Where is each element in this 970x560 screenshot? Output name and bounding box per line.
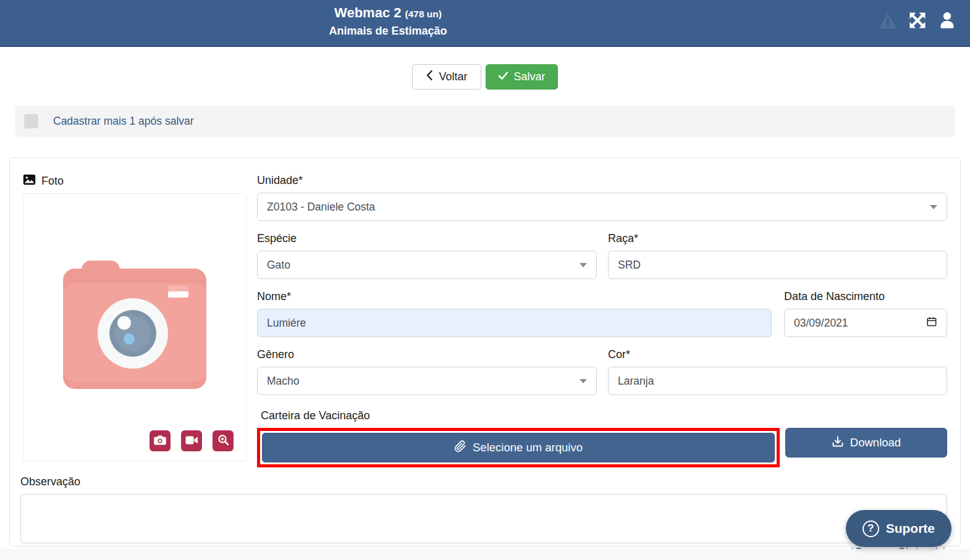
register-more-checkbox[interactable] bbox=[24, 114, 38, 128]
nome-input[interactable] bbox=[257, 309, 772, 337]
take-photo-button[interactable] bbox=[150, 430, 171, 451]
register-more-label: Cadastrar mais 1 após salvar bbox=[53, 115, 194, 128]
fields-column: Unidade* Z0103 - Daniele Costa Espécie G… bbox=[257, 174, 947, 467]
raca-label: Raça* bbox=[608, 232, 947, 246]
field-data-nascimento: Data de Nascimento 03/09/2021 bbox=[784, 290, 947, 337]
zoom-in-icon-button[interactable] bbox=[213, 430, 234, 451]
page-title: Animais de Estimação bbox=[0, 23, 776, 39]
field-genero: Gênero Macho bbox=[257, 348, 597, 395]
camera-icon bbox=[154, 435, 166, 448]
unidade-select[interactable]: Z0103 - Daniele Costa bbox=[257, 193, 947, 221]
field-cor: Cor* bbox=[608, 348, 947, 395]
photo-label: Foto bbox=[41, 175, 64, 188]
observacao-label: Observação bbox=[20, 475, 947, 489]
annotation-highlight-box: Selecione um arquivo bbox=[257, 428, 780, 467]
download-label: Download bbox=[850, 436, 901, 449]
photo-label-row: Foto bbox=[23, 174, 247, 188]
field-nome: Nome* bbox=[257, 290, 772, 337]
genero-select[interactable]: Macho bbox=[257, 367, 597, 395]
camera-placeholder-illustration bbox=[63, 261, 206, 391]
paperclip-icon bbox=[454, 440, 466, 456]
observacao-textarea[interactable] bbox=[20, 494, 947, 543]
support-button[interactable]: ? Suporte bbox=[846, 510, 951, 547]
especie-value: Gato bbox=[267, 259, 290, 272]
toolbar: Voltar Salvar bbox=[0, 64, 970, 90]
chevron-down-icon bbox=[580, 263, 587, 267]
download-icon bbox=[832, 435, 844, 451]
field-especie: Espécie Gato bbox=[257, 232, 597, 279]
register-more-bar: Cadastrar mais 1 após salvar bbox=[15, 106, 955, 136]
page-bottom-strip bbox=[0, 549, 970, 560]
photo-section: Foto bbox=[23, 174, 247, 467]
chevron-down-icon bbox=[580, 379, 587, 383]
genero-label: Gênero bbox=[257, 348, 597, 362]
record-video-button[interactable] bbox=[181, 430, 202, 451]
field-unidade: Unidade* Z0103 - Daniele Costa bbox=[257, 174, 947, 221]
unidade-label: Unidade* bbox=[257, 174, 947, 188]
expand-icon[interactable] bbox=[907, 10, 928, 31]
app-title-text: Webmac 2 bbox=[334, 5, 401, 20]
page: Webmac 2(478 un) Animais de Estimação bbox=[0, 0, 970, 560]
nome-label: Nome* bbox=[257, 290, 772, 304]
cor-input[interactable] bbox=[608, 367, 947, 395]
photo-actions bbox=[150, 430, 234, 451]
select-file-label: Selecione um arquivo bbox=[473, 441, 583, 454]
unit-count: (478 un) bbox=[405, 9, 441, 19]
unidade-value: Z0103 - Daniele Costa bbox=[267, 201, 375, 214]
download-button[interactable]: Download bbox=[785, 428, 947, 458]
video-icon bbox=[185, 435, 198, 447]
especie-select[interactable]: Gato bbox=[257, 251, 597, 279]
carteira-label: Carteira de Vacinação bbox=[257, 409, 780, 423]
data-nascimento-label: Data de Nascimento bbox=[784, 290, 947, 304]
user-icon[interactable] bbox=[937, 10, 958, 31]
field-observacao: Observação bbox=[10, 467, 960, 543]
especie-label: Espécie bbox=[257, 232, 597, 246]
raca-input[interactable] bbox=[608, 251, 947, 279]
question-circle-icon: ? bbox=[862, 520, 879, 537]
zoom-in-icon bbox=[217, 434, 229, 448]
cor-label: Cor* bbox=[608, 348, 947, 362]
save-button[interactable]: Salvar bbox=[486, 64, 558, 90]
image-icon bbox=[23, 174, 36, 188]
back-button[interactable]: Voltar bbox=[412, 64, 481, 90]
save-button-label: Salvar bbox=[514, 70, 546, 83]
pet-form-card: Foto bbox=[9, 157, 961, 546]
select-file-button[interactable]: Selecione um arquivo bbox=[262, 433, 775, 462]
check-icon bbox=[498, 70, 508, 83]
back-button-label: Voltar bbox=[439, 70, 467, 83]
carteira-group: Carteira de Vacinação Selecione um arqui… bbox=[257, 409, 780, 467]
data-nascimento-value: 03/09/2021 bbox=[794, 317, 848, 330]
photo-placeholder bbox=[23, 193, 247, 461]
header-icons bbox=[877, 10, 958, 31]
field-carteira-vacinacao: Carteira de Vacinação Selecione um arqui… bbox=[257, 409, 947, 467]
card-main: Foto bbox=[10, 158, 960, 467]
field-raca: Raça* bbox=[608, 232, 947, 279]
chevron-down-icon bbox=[930, 205, 937, 209]
support-label: Suporte bbox=[886, 521, 935, 536]
genero-value: Macho bbox=[267, 375, 300, 388]
data-nascimento-input[interactable]: 03/09/2021 bbox=[784, 309, 947, 337]
chevron-left-icon bbox=[426, 70, 433, 84]
app-title: Webmac 2(478 un) bbox=[0, 4, 776, 23]
calendar-icon[interactable] bbox=[926, 316, 937, 330]
warning-icon[interactable] bbox=[877, 10, 898, 31]
app-header: Webmac 2(478 un) Animais de Estimação bbox=[0, 0, 970, 47]
header-titles: Webmac 2(478 un) Animais de Estimação bbox=[0, 4, 776, 39]
